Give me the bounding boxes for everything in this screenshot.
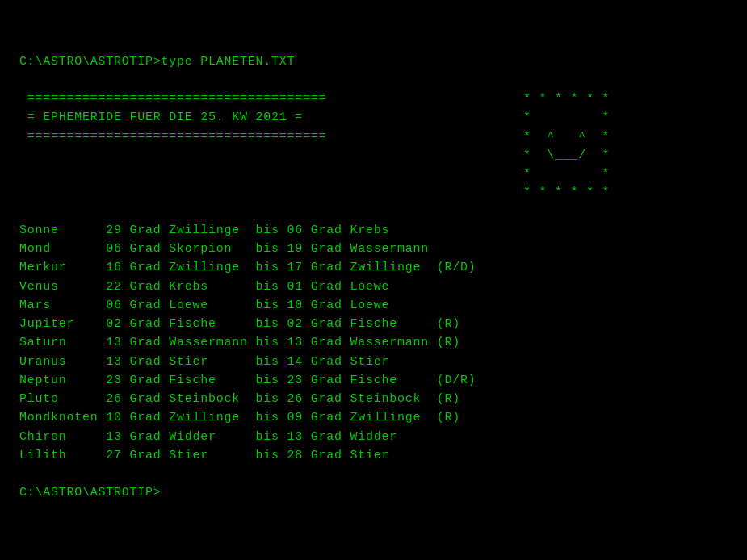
terminal-content: C:\ASTRO\ASTROTIP>type PLANETEN.TXT ====… (19, 52, 728, 503)
terminal-window: C:\ASTRO\ASTROTIP>type PLANETEN.TXT ====… (0, 0, 747, 560)
